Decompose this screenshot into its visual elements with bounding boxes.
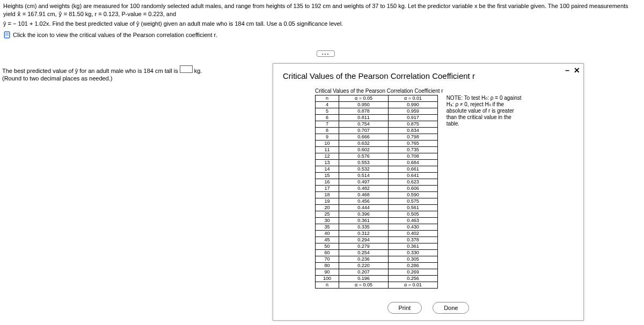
table-cell: 9	[316, 134, 339, 141]
table-row: 180.4680.590	[316, 192, 438, 198]
table-cell: 0.294	[339, 237, 389, 243]
answer-input[interactable]	[180, 65, 193, 73]
table-cell: 15	[316, 173, 339, 179]
table-cell: 0.641	[389, 173, 438, 179]
table-cell: 0.950	[339, 102, 389, 108]
table-cell: 0.430	[389, 224, 438, 231]
table-cell: 5	[316, 108, 339, 115]
table-cell: 40	[316, 231, 339, 237]
document-icon	[3, 31, 11, 39]
table-cell: 0.505	[389, 211, 438, 218]
table-row: 450.2940.378	[316, 237, 438, 243]
table-row: 800.2200.286	[316, 263, 438, 269]
table-cell: 19	[316, 198, 339, 205]
table-cell: 6	[316, 115, 339, 121]
table-row: 80.7070.834	[316, 128, 438, 134]
table-cell: 10	[316, 141, 339, 147]
done-button[interactable]: Done	[433, 302, 469, 314]
table-cell: 0.959	[389, 108, 438, 115]
table-cell: 45	[316, 237, 339, 243]
table-cell: 14	[316, 166, 339, 173]
table-cell: 90	[316, 269, 339, 276]
table-cell: 0.632	[339, 141, 389, 147]
question-prefix: The best predicted value of ŷ for an adu…	[2, 68, 178, 74]
table-row: 110.6020.735	[316, 147, 438, 153]
table-cell: 0.707	[339, 128, 389, 134]
table-row: 60.8110.917	[316, 115, 438, 121]
table-row: 40.9500.990	[316, 102, 438, 108]
table-cell: 0.990	[389, 102, 438, 108]
table-caption: Critical Values of the Pearson Correlati…	[315, 88, 443, 94]
table-cell: 13	[316, 160, 339, 166]
table-row: 900.2070.269	[316, 269, 438, 276]
print-button[interactable]: Print	[387, 302, 422, 314]
table-cell: 0.256	[389, 276, 438, 282]
table-cell: 30	[316, 218, 339, 224]
table-row: 130.5530.684	[316, 160, 438, 166]
problem-statement: Heights (cm) and weights (kg) are measur…	[0, 0, 644, 29]
table-row: 70.7540.875	[316, 121, 438, 128]
table-row: 600.2540.330	[316, 250, 438, 256]
close-icon[interactable]: ✕	[574, 66, 580, 75]
table-row: 140.5320.661	[316, 166, 438, 173]
table-cell: 0.561	[389, 205, 438, 211]
table-cell: 70	[316, 256, 339, 263]
table-cell: 16	[316, 179, 339, 186]
table-cell: 25	[316, 211, 339, 218]
table-cell: 0.286	[389, 263, 438, 269]
table-row: 190.4560.575	[316, 198, 438, 205]
table-cell: 0.207	[339, 269, 389, 276]
table-cell: 35	[316, 224, 339, 231]
table-cell: 0.917	[389, 115, 438, 121]
table-cell: 0.335	[339, 224, 389, 231]
critical-values-link[interactable]: Click the icon to view the critical valu…	[0, 31, 644, 39]
table-row: 350.3350.430	[316, 224, 438, 231]
question-area: The best predicted value of ŷ for an adu…	[2, 65, 249, 82]
col-header-a05: α = 0.05	[339, 95, 389, 102]
table-cell: 0.305	[389, 256, 438, 263]
col-header-n: n	[316, 95, 339, 102]
table-cell: 0.236	[339, 256, 389, 263]
table-row: 170.4820.606	[316, 186, 438, 192]
modal-title: Critical Values of the Pearson Correlati…	[273, 64, 583, 86]
critical-values-modal: – ✕ Critical Values of the Pearson Corre…	[273, 63, 584, 321]
table-cell: 0.312	[339, 231, 389, 237]
table-cell: 0.553	[339, 160, 389, 166]
table-cell: 0.220	[339, 263, 389, 269]
table-cell: 0.765	[389, 141, 438, 147]
table-cell: 0.666	[339, 134, 389, 141]
table-row: 100.6320.765	[316, 141, 438, 147]
col-footer-a05: α = 0.05	[339, 282, 389, 289]
table-cell: 0.684	[389, 160, 438, 166]
col-header-a01: α = 0.01	[389, 95, 438, 102]
table-cell: 17	[316, 186, 339, 192]
table-cell: 0.708	[389, 153, 438, 160]
table-row: 1000.1960.256	[316, 276, 438, 282]
table-footer-row: n α = 0.05 α = 0.01	[316, 282, 438, 289]
question-suffix: kg.	[194, 68, 202, 74]
table-cell: 0.576	[339, 153, 389, 160]
table-cell: 0.330	[389, 250, 438, 256]
table-cell: 0.444	[339, 205, 389, 211]
table-row: 400.3120.402	[316, 231, 438, 237]
critical-values-table: n α = 0.05 α = 0.01 40.9500.99050.8780.9…	[315, 95, 438, 289]
table-row: 200.4440.561	[316, 205, 438, 211]
table-cell: 0.361	[389, 243, 438, 250]
table-cell: 0.606	[389, 186, 438, 192]
table-cell: 0.456	[339, 198, 389, 205]
table-cell: 0.396	[339, 211, 389, 218]
table-cell: 0.463	[389, 218, 438, 224]
table-cell: 0.661	[389, 166, 438, 173]
table-cell: 0.468	[339, 192, 389, 198]
svg-rect-1	[5, 32, 9, 38]
table-cell: 0.811	[339, 115, 389, 121]
more-button[interactable]: •••	[317, 50, 335, 57]
table-row: 150.5140.641	[316, 173, 438, 179]
table-row: 250.3960.505	[316, 211, 438, 218]
table-cell: 0.875	[389, 121, 438, 128]
minimize-icon[interactable]: –	[565, 66, 569, 75]
table-cell: 0.378	[389, 237, 438, 243]
table-cell: 12	[316, 153, 339, 160]
table-cell: 11	[316, 147, 339, 153]
table-cell: 0.623	[389, 179, 438, 186]
